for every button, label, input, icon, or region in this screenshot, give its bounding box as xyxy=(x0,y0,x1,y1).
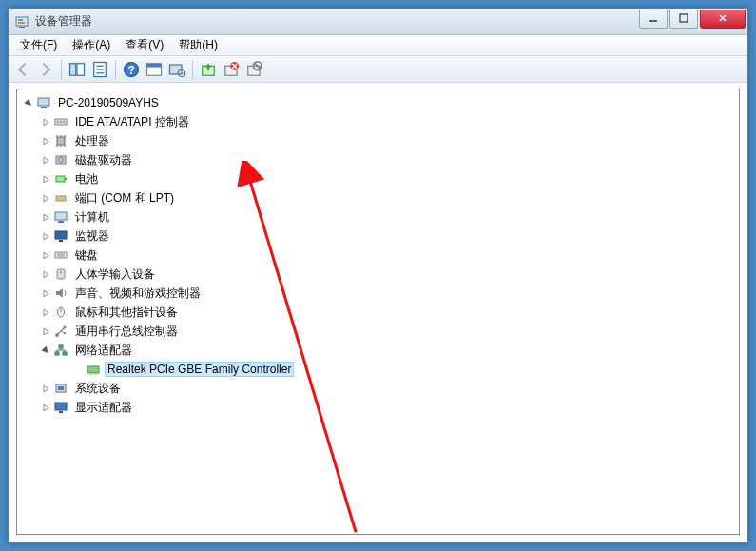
properties-button[interactable] xyxy=(89,59,110,80)
menu-help[interactable]: 帮助(H) xyxy=(171,35,225,55)
svg-point-34 xyxy=(63,121,65,123)
maximize-button[interactable] xyxy=(669,10,698,29)
expander-icon[interactable] xyxy=(40,383,51,394)
svg-rect-0 xyxy=(16,17,28,26)
titlebar[interactable]: 设备管理器 xyxy=(9,9,747,35)
node-label: 通用串行总线控制器 xyxy=(72,323,181,341)
expander-icon[interactable] xyxy=(40,325,51,337)
node-label: 计算机 xyxy=(72,208,112,226)
expander-icon[interactable] xyxy=(40,116,51,128)
tree-category[interactable]: 计算机 xyxy=(19,207,737,226)
node-label: 监视器 xyxy=(72,227,112,246)
toolbar-separator xyxy=(61,60,62,79)
window-controls xyxy=(637,10,746,29)
expander-icon[interactable] xyxy=(40,249,51,261)
expander-icon[interactable] xyxy=(40,135,51,147)
disk-icon xyxy=(53,152,68,167)
node-label: 磁盘驱动器 xyxy=(72,151,135,169)
usb-icon xyxy=(53,324,68,339)
svg-rect-66 xyxy=(63,352,67,355)
update-driver-button[interactable] xyxy=(198,59,219,80)
tree-category[interactable]: 处理器 xyxy=(19,131,737,150)
svg-point-33 xyxy=(60,121,62,123)
svg-rect-72 xyxy=(87,366,99,373)
svg-rect-30 xyxy=(41,107,47,108)
tree-category[interactable]: 电池 xyxy=(19,169,737,188)
mouse-icon xyxy=(53,305,68,320)
expander-icon[interactable] xyxy=(40,402,51,413)
tree-category[interactable]: 人体学输入设备 xyxy=(19,265,737,284)
svg-point-48 xyxy=(62,198,64,200)
svg-rect-51 xyxy=(55,231,67,239)
uninstall-button[interactable] xyxy=(221,59,242,80)
expander-icon[interactable] xyxy=(40,230,51,242)
node-label: 键盘 xyxy=(72,246,101,265)
tree-category[interactable]: 网络适配器 xyxy=(19,341,737,360)
hid-icon xyxy=(53,266,68,282)
svg-rect-65 xyxy=(55,352,59,355)
node-label: PC-20190509AYHS xyxy=(55,95,162,110)
app-icon xyxy=(14,14,29,30)
svg-rect-45 xyxy=(65,178,67,180)
expander-icon[interactable] xyxy=(40,306,51,318)
tree-category[interactable]: 监视器 xyxy=(19,226,737,246)
tree-pane[interactable]: PC-20190509AYHSIDE ATA/ATAPI 控制器处理器磁盘驱动器… xyxy=(16,89,740,535)
expander-icon[interactable] xyxy=(40,287,51,299)
tree-category[interactable]: IDE ATA/ATAPI 控制器 xyxy=(19,112,737,131)
tree-category[interactable]: 鼠标和其他指针设备 xyxy=(19,303,737,322)
expander-icon[interactable] xyxy=(40,344,51,356)
toolbar-separator xyxy=(115,60,116,79)
tree-category[interactable]: 系统设备 xyxy=(19,379,737,398)
tree-root[interactable]: PC-20190509AYHS xyxy=(19,93,737,112)
node-label: 网络适配器 xyxy=(72,342,135,360)
node-label: 处理器 xyxy=(72,132,112,150)
svg-rect-44 xyxy=(56,176,65,182)
menu-action[interactable]: 操作(A) xyxy=(65,35,118,55)
close-button[interactable] xyxy=(700,10,746,29)
tree-category[interactable]: 通用串行总线控制器 xyxy=(19,322,737,341)
svg-rect-50 xyxy=(58,221,64,223)
svg-rect-5 xyxy=(680,14,688,22)
device-manager-window: 设备管理器 文件(F) 操作(A) 查看(V) 帮助(H) ? PC-20190… xyxy=(8,8,748,543)
svg-point-47 xyxy=(58,198,60,200)
svg-rect-3 xyxy=(18,22,25,24)
svg-rect-8 xyxy=(70,63,76,75)
svg-point-57 xyxy=(60,271,62,273)
expander-icon[interactable] xyxy=(40,268,51,280)
menu-file[interactable]: 文件(F) xyxy=(12,35,65,55)
expander-icon[interactable] xyxy=(40,154,51,166)
expander-icon[interactable] xyxy=(40,173,51,185)
expander-icon[interactable] xyxy=(40,211,51,223)
action-button[interactable] xyxy=(144,59,165,80)
computer-icon xyxy=(53,209,68,225)
node-label: 显示适配器 xyxy=(72,399,135,417)
tree-category[interactable]: 键盘 xyxy=(19,246,737,265)
node-label: IDE ATA/ATAPI 控制器 xyxy=(72,113,192,131)
svg-rect-64 xyxy=(64,332,66,334)
svg-rect-9 xyxy=(77,63,85,75)
svg-point-62 xyxy=(64,326,67,329)
disable-button[interactable] xyxy=(243,59,264,80)
tree-device[interactable]: Realtek PCIe GBE Family Controller xyxy=(19,360,737,379)
scan-button[interactable] xyxy=(166,59,187,80)
svg-rect-74 xyxy=(94,373,97,375)
svg-point-32 xyxy=(57,121,59,123)
tree-category[interactable]: 声音、视频和游戏控制器 xyxy=(19,284,737,303)
svg-rect-35 xyxy=(57,137,65,145)
svg-rect-46 xyxy=(56,196,66,201)
cpu-icon xyxy=(53,133,68,148)
tree-category[interactable]: 显示适配器 xyxy=(19,398,737,417)
minimize-button[interactable] xyxy=(639,10,668,29)
svg-rect-29 xyxy=(38,98,49,106)
expander-icon[interactable] xyxy=(23,97,34,108)
tree-category[interactable]: 端口 (COM 和 LPT) xyxy=(19,188,737,207)
svg-rect-73 xyxy=(89,373,92,375)
show-hide-tree-button[interactable] xyxy=(67,59,87,80)
svg-rect-67 xyxy=(59,345,63,348)
node-label: 鼠标和其他指针设备 xyxy=(72,304,181,322)
help-button[interactable]: ? xyxy=(121,59,142,80)
expander-icon[interactable] xyxy=(40,192,51,204)
tree-category[interactable]: 磁盘驱动器 xyxy=(19,150,737,169)
toolbar-separator xyxy=(192,60,193,79)
menu-view[interactable]: 查看(V) xyxy=(118,35,171,55)
